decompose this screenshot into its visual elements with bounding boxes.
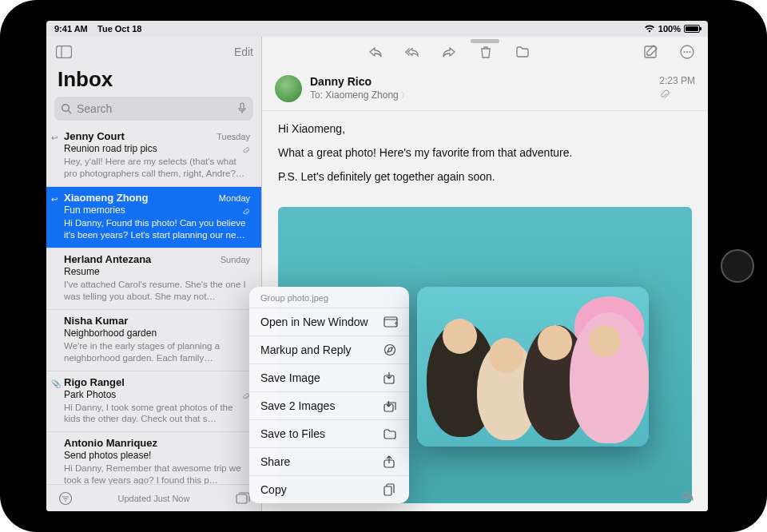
search-icon — [61, 103, 72, 114]
context-menu-item[interactable]: Save 2 Images — [249, 391, 409, 419]
window-add-icon: + — [384, 316, 398, 328]
attachment-icon — [242, 146, 250, 156]
thread-item[interactable]: Antonio Manriquez Send photos please! Hi… — [46, 432, 261, 484]
sidebar-footer: Updated Just Now — [46, 484, 261, 511]
svg-point-13 — [684, 51, 686, 53]
compose-icon[interactable] — [641, 42, 660, 62]
thread-sender: Rigo Rangel — [64, 376, 125, 388]
body-line: Hi Xiaomeng, — [278, 122, 692, 135]
context-menu-item[interactable]: Markup and Reply — [249, 335, 409, 363]
quick-reply-icon[interactable] — [678, 486, 697, 505]
share-icon — [384, 455, 398, 468]
thread-sender: Nisha Kumar — [64, 315, 128, 327]
save-down-icon — [384, 371, 398, 384]
context-menu-item[interactable]: Save Image — [249, 363, 409, 391]
thread-preview: We're in the early stages of planning a … — [64, 340, 250, 364]
context-menu-label: Save 2 Images — [260, 399, 335, 412]
thread-subject: Send photos please! — [64, 450, 250, 461]
context-menu-label: Open in New Window — [260, 316, 368, 328]
thread-preview: Hi Danny, I took some great photos of th… — [64, 402, 250, 426]
search-placeholder: Search — [77, 102, 112, 115]
sync-status: Updated Just Now — [118, 494, 190, 503]
ipad-frame: 9:41 AM Tue Oct 18 100% Edit — [0, 0, 767, 532]
svg-point-14 — [686, 51, 688, 53]
thread-item[interactable]: 📎 Rigo Rangel Park Photos Hi Danny, I to… — [46, 371, 261, 433]
attachment-icon[interactable] — [659, 89, 695, 101]
battery-icon — [684, 25, 700, 33]
reply-icon[interactable] — [366, 42, 385, 62]
context-menu-label: Save to Files — [260, 427, 325, 440]
chevron-right-icon: 〉 — [401, 91, 409, 100]
trash-icon[interactable] — [476, 42, 495, 62]
replied-icon: ↩ — [51, 195, 58, 204]
context-menu-label: Save Image — [260, 371, 320, 384]
context-menu: Group photo.jpeg Open in New Window +Mar… — [249, 287, 409, 503]
dictation-icon[interactable] — [237, 102, 247, 115]
forward-icon[interactable] — [439, 42, 459, 62]
context-menu-label: Share — [260, 455, 290, 468]
thread-item[interactable]: ↩ Xiaomeng Zhong Monday Fun memories Hi … — [46, 187, 261, 248]
more-icon[interactable] — [678, 42, 697, 62]
attachment-preview[interactable] — [417, 287, 649, 447]
status-right: 100% — [644, 24, 700, 34]
sidebar-toggle-icon[interactable] — [54, 42, 74, 62]
thread-list[interactable]: ↩ Jenny Court Tuesday Reunion road trip … — [46, 125, 261, 484]
filter-icon[interactable] — [56, 489, 75, 508]
context-menu-item[interactable]: Copy — [249, 475, 409, 503]
to-field[interactable]: To: Xiaomeng Zhong 〉 — [310, 89, 651, 101]
thread-preview: I've attached Carol's resume. She's the … — [64, 279, 250, 303]
folder-icon — [384, 428, 398, 439]
status-bar: 9:41 AM Tue Oct 18 100% — [46, 21, 708, 37]
save-down-multi-icon — [384, 399, 398, 412]
context-menu-label: Copy — [260, 483, 287, 496]
home-button[interactable] — [721, 249, 754, 283]
thread-item[interactable]: Herland Antezana Sunday Resume I've atta… — [46, 248, 261, 310]
attachment-popover: Group photo.jpeg Open in New Window +Mar… — [249, 287, 649, 503]
to-name: Xiaomeng Zhong — [325, 89, 398, 101]
context-menu-item[interactable]: Save to Files — [249, 419, 409, 447]
body-line: What a great photo! Here's my favorite f… — [278, 146, 692, 159]
context-menu-item[interactable]: Share — [249, 447, 409, 475]
replied-icon: ↩ — [51, 133, 58, 142]
multitask-pill[interactable] — [471, 39, 499, 43]
copy-icon — [384, 483, 398, 496]
thread-sender: Antonio Manriquez — [64, 437, 157, 449]
move-folder-icon[interactable] — [513, 42, 532, 62]
thread-sender: Jenny Court — [64, 130, 125, 142]
thread-subject: Reunion road trip pics — [64, 143, 250, 154]
svg-text:+: + — [394, 320, 398, 328]
context-menu-filename: Group photo.jpeg — [249, 290, 409, 308]
avatar[interactable] — [275, 75, 302, 102]
attachment-icon — [242, 208, 250, 217]
thread-sender: Xiaomeng Zhong — [64, 192, 148, 204]
thread-date: Sunday — [221, 255, 250, 264]
edit-button[interactable]: Edit — [234, 46, 253, 58]
svg-rect-0 — [57, 46, 72, 58]
thread-item[interactable]: ↩ Jenny Court Tuesday Reunion road trip … — [46, 125, 261, 187]
thread-preview: Hi Danny, Remember that awesome trip we … — [64, 463, 250, 484]
preview-people — [417, 287, 649, 447]
svg-rect-23 — [384, 486, 391, 495]
markup-icon — [384, 343, 398, 356]
body-line: P.S. Let's definitely get together again… — [278, 170, 692, 183]
status-time: 9:41 AM — [54, 24, 88, 34]
svg-point-2 — [62, 105, 70, 112]
reply-all-icon[interactable] — [403, 42, 422, 62]
thread-subject: Neighborhood garden — [64, 328, 250, 339]
sidebar-toolbar: Edit — [46, 37, 261, 67]
context-menu-item[interactable]: Open in New Window + — [249, 308, 409, 335]
inbox-sidebar: Edit Inbox Search ↩ Jenny Court Tuesday — [46, 37, 262, 511]
screen: 9:41 AM Tue Oct 18 100% Edit — [46, 21, 708, 511]
attachment-icon: 📎 — [51, 379, 61, 388]
battery-percent: 100% — [658, 24, 681, 34]
thread-item[interactable]: Nisha Kumar Neighborhood garden We're in… — [46, 310, 261, 371]
to-label: To: — [310, 89, 323, 101]
svg-point-19 — [385, 345, 395, 355]
from-name[interactable]: Danny Rico — [310, 75, 651, 88]
svg-line-3 — [69, 111, 72, 114]
search-input[interactable]: Search — [54, 97, 253, 121]
wifi-icon — [644, 25, 655, 33]
svg-point-15 — [690, 51, 691, 53]
message-header: Danny Rico To: Xiaomeng Zhong 〉 2:23 PM — [262, 67, 708, 111]
context-menu-label: Markup and Reply — [260, 343, 352, 356]
